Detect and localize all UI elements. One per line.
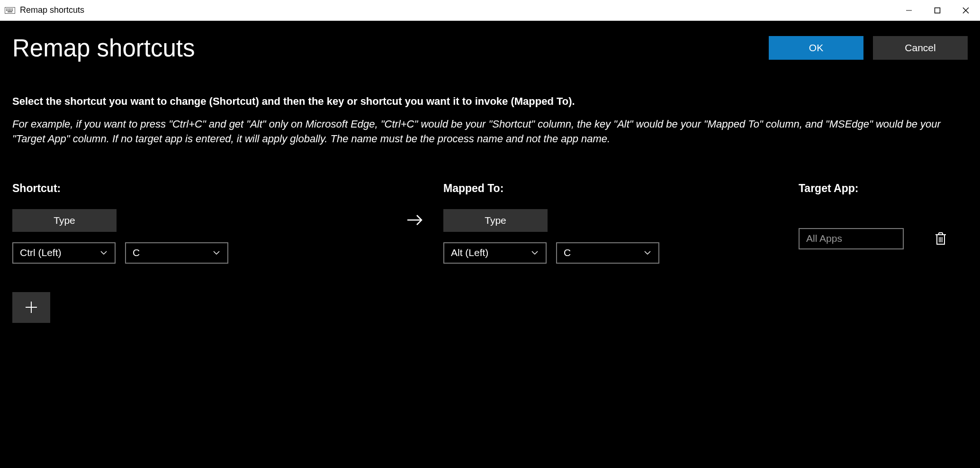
target-input[interactable]: [799, 228, 904, 249]
trash-icon: [935, 231, 947, 246]
shortcut-key2-dropdown[interactable]: C: [125, 242, 228, 264]
mapped-key2-text: C: [564, 247, 571, 258]
cancel-button[interactable]: Cancel: [873, 36, 968, 60]
add-row-button[interactable]: [12, 292, 50, 323]
svg-rect-4: [10, 9, 11, 9]
svg-rect-2: [8, 9, 9, 9]
page-title: Remap shortcuts: [12, 34, 195, 62]
titlebar: Remap shortcuts: [0, 0, 980, 21]
plus-icon: [24, 300, 39, 315]
mapped-key1-text: Alt (Left): [451, 247, 488, 258]
shortcut-header: Shortcut:: [12, 182, 387, 195]
chevron-down-icon: [99, 248, 108, 257]
window-title: Remap shortcuts: [20, 5, 84, 15]
delete-row-button[interactable]: [932, 230, 949, 247]
description-italic: For example, if you want to press "Ctrl+…: [12, 117, 968, 147]
chevron-down-icon: [212, 248, 221, 257]
mapped-type-button[interactable]: Type: [443, 209, 548, 232]
svg-rect-1: [6, 9, 7, 9]
shortcut-key2-text: C: [133, 247, 140, 258]
target-header: Target App:: [799, 182, 968, 195]
target-column: Target App:: [799, 182, 968, 249]
svg-rect-3: [9, 9, 10, 9]
shortcut-column: Shortcut: Type Ctrl (Left) C: [12, 182, 387, 264]
maximize-button[interactable]: [923, 0, 952, 20]
header-row: Remap shortcuts OK Cancel: [12, 34, 968, 62]
mapped-dropdown-row: Alt (Left) C: [443, 242, 799, 264]
svg-rect-9: [10, 10, 11, 11]
ok-button[interactable]: OK: [769, 36, 863, 60]
close-button[interactable]: [952, 0, 980, 20]
svg-rect-7: [8, 10, 9, 11]
mapped-key2-dropdown[interactable]: C: [556, 242, 659, 264]
shortcut-type-button[interactable]: Type: [12, 209, 117, 232]
titlebar-left: Remap shortcuts: [5, 5, 84, 15]
target-row: [799, 228, 968, 249]
shortcut-key1-dropdown[interactable]: Ctrl (Left): [12, 242, 116, 264]
mapped-key1-dropdown[interactable]: Alt (Left): [443, 242, 547, 264]
mapping-row: Shortcut: Type Ctrl (Left) C: [12, 182, 968, 264]
window-controls: [895, 0, 980, 20]
shortcut-dropdown-row: Ctrl (Left) C: [12, 242, 387, 264]
svg-rect-6: [6, 10, 7, 11]
svg-rect-5: [12, 9, 13, 9]
svg-rect-13: [935, 8, 940, 13]
action-buttons: OK Cancel: [769, 36, 968, 60]
mapped-column: Mapped To: Type Alt (Left) C: [443, 182, 799, 264]
shortcut-key1-text: Ctrl (Left): [20, 247, 62, 258]
arrow-icon: [387, 213, 443, 227]
svg-rect-11: [8, 11, 12, 12]
content: Remap shortcuts OK Cancel Select the sho…: [0, 21, 980, 336]
mapped-header: Mapped To:: [443, 182, 799, 195]
description-bold: Select the shortcut you want to change (…: [12, 95, 968, 108]
keyboard-icon: [5, 7, 15, 14]
minimize-button[interactable]: [895, 0, 923, 20]
chevron-down-icon: [643, 248, 652, 257]
svg-rect-8: [9, 10, 10, 11]
svg-rect-10: [12, 10, 13, 11]
chevron-down-icon: [530, 248, 539, 257]
